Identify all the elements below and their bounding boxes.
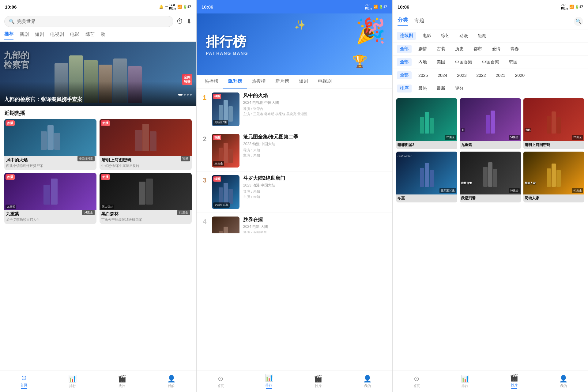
rank-director-4: 导演：刘循子墨 [243, 230, 388, 233]
filter-chip-quanbu-genre[interactable]: 全部 [397, 45, 412, 53]
rank-cast-3: 主演：未知 [243, 194, 388, 199]
find-card-dongzhi[interactable]: Last Winter 更新至20集 冬至 [396, 152, 457, 202]
tab-anime[interactable]: 动 [101, 32, 105, 39]
rank-title-2: 沧元图全集\沧元图第二季 [243, 134, 388, 140]
find-card-woshi[interactable]: 我是刑警 38集全 我是刑警 [460, 152, 521, 202]
find-tab-category[interactable]: 分类 [398, 17, 408, 26]
filter-chip-2020[interactable]: 2020 [512, 72, 528, 79]
filter-chip-juqing[interactable]: 剧情 [415, 45, 430, 53]
nav-profile-3[interactable]: 👤 我的 [559, 375, 567, 388]
filter-chip-2025[interactable]: 2025 [415, 72, 431, 79]
card-heibaisenlim[interactable]: 黑白森林 热播 28集全 黑白森林 丁禹兮宁理极限15天破凶案 [100, 173, 192, 224]
nav-find-2[interactable]: 🎬 找片 [314, 375, 322, 388]
rank-cast-1: 主演：王景春,蒋奇明,杨采钰,吴晓亮,黄澄澄 [243, 111, 388, 117]
find-title-5: 我是刑警 [460, 194, 521, 202]
find-card-shujin[interactable]: 蜀锦人家 40集全 蜀锦人家 [523, 152, 584, 202]
rank-item-1[interactable]: 1 独播 更新至6集 风中的火焰 2024 电视剧 中国大陆 导演：张荣吉 主演… [197, 89, 392, 130]
filter-row-year: 全部 2025 2024 2023 2022 2021 2020 [393, 69, 588, 82]
tab-rising[interactable]: 飙升榜 [223, 75, 247, 89]
history-icon[interactable]: ⏱ [176, 17, 183, 25]
tab-new-drama[interactable]: 新剧 [20, 32, 29, 39]
card-progress-1: 更新至6集 [77, 156, 95, 161]
filter-chip-dushi[interactable]: 都市 [470, 45, 485, 53]
hero-banner[interactable]: 九部的检察官：张译秦岚携手查案 全网 独播 九部的检察官 [0, 42, 196, 106]
banner-trophy: 🏆 [352, 54, 368, 69]
filter-chip-aiqing[interactable]: 爱情 [489, 45, 503, 53]
rank-item-3[interactable]: 3 独播 更新至81集 斗罗大陆2绝世唐门 2023 动漫 中国大陆 导演：未知… [197, 172, 392, 213]
nav-home-2[interactable]: ⊙ 首页 [217, 375, 224, 388]
find-ep-1: 28集全 [445, 135, 456, 140]
find-tab-topic[interactable]: 专题 [414, 17, 424, 26]
tab-recommend[interactable]: 推荐 [4, 31, 13, 40]
home-icon-1: ⊙ [21, 374, 27, 382]
filter-chip-quanbu-year[interactable]: 全部 [397, 71, 412, 79]
tab-short[interactable]: 短剧 [35, 32, 44, 39]
nav-label-profile-3: 我的 [560, 384, 567, 388]
filter-chip-2022[interactable]: 2022 [473, 72, 489, 79]
filter-chip-quanbu-region[interactable]: 全部 [397, 58, 412, 66]
filter-chip-2023[interactable]: 2023 [454, 72, 469, 79]
filter-chip-duanju[interactable]: 短剧 [475, 32, 489, 40]
rank-director-2: 导演：未知 [243, 148, 388, 153]
tab-search[interactable]: 热搜榜 [247, 75, 270, 89]
rank-number-3: 3 [201, 176, 208, 184]
hero-dots [178, 94, 192, 96]
nav-rank-1[interactable]: 📊 排行 [68, 375, 77, 388]
filter-chip-dianying[interactable]: 电影 [420, 32, 434, 40]
search-input[interactable]: 🔍 完美世界 [4, 16, 173, 27]
filter-chip-meiguo[interactable]: 美国 [434, 58, 448, 66]
filter-chip-zongyi[interactable]: 综艺 [438, 32, 453, 40]
notification-icon: 🔔 [159, 5, 164, 9]
tab-hot[interactable]: 热播榜 [200, 75, 223, 89]
status-icons-3: 76↑KB/s 📶 🔋47 [561, 3, 583, 10]
card-fenzhonghuoyan[interactable]: 热播 更新至6集 风中的火焰 西北小镇惊现连环焚尸案 [4, 119, 96, 170]
nav-rank-3[interactable]: 📊 排行 [461, 375, 469, 388]
download-icon[interactable]: ⬇ [186, 17, 192, 25]
nav-label-rank-3: 排行 [462, 384, 468, 388]
filter-chip-guzhuang[interactable]: 古装 [434, 45, 448, 53]
nav-profile-1[interactable]: 👤 我的 [167, 375, 175, 388]
tab-variety[interactable]: 综艺 [85, 32, 95, 39]
find-card-liezu[interactable]: 28集全 猎罪图鉴2 [396, 98, 457, 149]
menu-dots-icon: ··· [165, 5, 168, 9]
nav-home-1[interactable]: ⊙ 首页 [21, 374, 27, 389]
rank-cast-2: 主演：未知 [243, 153, 388, 158]
card-jiuchongzi[interactable]: 九重紫 热播 34集全 九重紫 孟子义李昀锐重启人生 [4, 173, 96, 224]
tab-tv[interactable]: 电视剧 [50, 32, 64, 39]
nav-label-rank-1: 排行 [69, 384, 76, 388]
nav-home-3[interactable]: ⊙ 首页 [413, 375, 420, 388]
find-ep-4: 更新至20集 [439, 188, 456, 193]
tab-short-2[interactable]: 短剧 [294, 75, 313, 89]
filter-chip-dongman[interactable]: 动漫 [456, 32, 471, 40]
find-search-button[interactable]: 🔍 [574, 17, 583, 26]
filter-chip-lishi[interactable]: 历史 [452, 45, 467, 53]
filter-chip-neidi[interactable]: 内地 [415, 58, 430, 66]
filter-panel: 连续剧 电影 综艺 动漫 短剧 全部 剧情 古装 历史 都市 爱情 青春 全部 … [393, 29, 588, 95]
filter-chip-hot[interactable]: 最热 [415, 85, 430, 92]
nav-find-1[interactable]: 🎬 找片 [118, 375, 126, 388]
filter-chip-score[interactable]: 评分 [452, 85, 467, 92]
find-card-qingming[interactable]: 密码 26集全 清明上河图密码 [523, 98, 584, 149]
filter-chip-tw[interactable]: 中国台湾 [479, 58, 502, 66]
rank-item-2[interactable]: 2 独播 26集全 沧元图全集\沧元图第二季 2023 动漫 中国大陆 导演：未… [197, 130, 392, 172]
filter-chip-2024[interactable]: 2024 [435, 72, 450, 79]
filter-chip-lianju[interactable]: 连续剧 [397, 32, 416, 40]
filter-chip-new[interactable]: 最新 [434, 85, 448, 92]
nav-rank-2[interactable]: 📊 排行 [265, 374, 273, 389]
find-card-jiuzhongzi[interactable]: II 34集全 九重紫 [460, 98, 521, 149]
filter-chip-qingchun[interactable]: 青春 [507, 45, 522, 53]
find-title-2: 九重紫 [460, 141, 521, 149]
tab-movie[interactable]: 电影 [70, 32, 79, 39]
filter-chip-sort[interactable]: 排序 [397, 85, 412, 92]
nav-find-3[interactable]: 🎬 找片 [510, 374, 518, 389]
card-qingming[interactable]: 热播 独播 清明上河图密码 中式恐怖!案中案层层反转 [100, 119, 192, 170]
filter-chip-2021[interactable]: 2021 [493, 72, 508, 79]
nav-label-find-2: 找片 [315, 384, 322, 388]
tab-new[interactable]: 新片榜 [270, 75, 294, 89]
filter-chip-korea[interactable]: 韩国 [506, 58, 521, 66]
nav-profile-2[interactable]: 👤 我的 [363, 375, 371, 388]
rank-item-4[interactable]: 4 胜券在握 2024 电影 大陆 导演：刘循子墨 主演：邓超·邓家佳·郑云龙·… [197, 213, 392, 233]
tab-tv-2[interactable]: 电视剧 [313, 75, 337, 89]
filter-chip-hk[interactable]: 中国香港 [452, 58, 475, 66]
home-icon-3: ⊙ [414, 375, 419, 383]
